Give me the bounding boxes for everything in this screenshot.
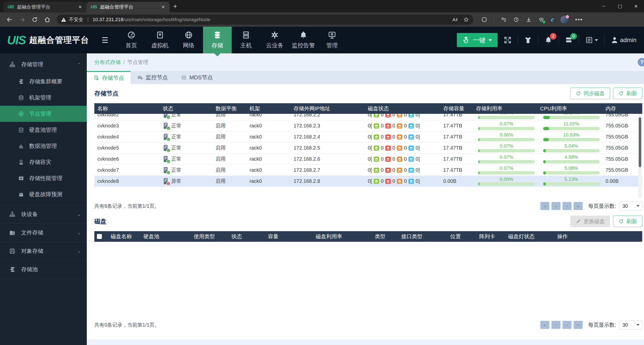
user-menu[interactable]: admin — [611, 36, 636, 44]
next-page-button[interactable]: › — [562, 202, 572, 210]
disk-table-header: 磁盘名称硬盘池使用类型状态容量磁盘利用率类型接口类型位置阵列卡磁盘灯状态操作 — [94, 231, 642, 242]
top-nav-label: 虚拟机 — [151, 42, 169, 49]
sidebar-item-硬盘池管理[interactable]: 硬盘池管理 — [0, 122, 87, 138]
page-size-select[interactable]: 30 — [620, 201, 642, 211]
history-icon[interactable] — [513, 17, 519, 23]
minimize-icon[interactable]: ─ — [596, 4, 612, 9]
back-icon[interactable] — [4, 15, 15, 25]
table-row[interactable]: cvknode4✓正常启用rack0172.168.2.40[0000]17.4… — [94, 131, 642, 143]
storage-ip: 172.168.2.8 — [291, 178, 365, 184]
tab-close-icon[interactable]: ✕ — [77, 4, 83, 10]
sidebar-group-存储池[interactable]: 存储池 — [0, 260, 87, 279]
sidebar-item-硬盘故障预测[interactable]: 硬盘故障预测 — [0, 186, 87, 202]
table-row[interactable]: cvknode7✓正常启用rack0172.168.2.70[0000]17.4… — [94, 165, 642, 176]
last-page-button[interactable]: » — [574, 321, 583, 329]
favorites-bar-icon[interactable] — [501, 17, 507, 23]
table-row[interactable]: cvknode6✓正常启用rack0172.168.2.60[0000]17.4… — [94, 154, 642, 165]
top-nav-首页[interactable]: 首页 — [117, 27, 146, 53]
top-nav-存储[interactable]: 存储 — [203, 27, 232, 53]
table-row[interactable]: cvknode8✕异常启用rack0172.168.2.80[0000]0.00… — [94, 176, 642, 187]
sidebar-item-存储性能管理[interactable]: 存储性能管理 — [0, 170, 87, 186]
last-page-button[interactable]: » — [574, 202, 583, 210]
checkbox-icon[interactable] — [97, 234, 102, 239]
table-scrollbar[interactable] — [638, 114, 642, 198]
top-nav-网络[interactable]: 网络 — [174, 27, 203, 53]
disk-refresh-button[interactable]: 刷新 — [613, 216, 642, 227]
select-all-checkbox[interactable] — [94, 234, 108, 239]
tab-close-icon[interactable]: ✕ — [160, 4, 166, 10]
status-label: 异常 — [171, 178, 181, 185]
ie-mode-icon[interactable]: e — [551, 16, 554, 23]
disk-count: 0 — [404, 178, 407, 184]
disk-count: 0] — [416, 156, 420, 162]
sidebar-item-节点管理[interactable]: 节点管理 — [0, 106, 87, 122]
header-divider — [558, 36, 559, 44]
server-status-icon: ✕ — [163, 178, 169, 185]
maximize-icon[interactable]: ▢ — [612, 4, 628, 9]
help-icon[interactable]: ? — [638, 58, 644, 66]
node-refresh-button[interactable]: 刷新 — [613, 88, 642, 99]
reload-icon[interactable] — [29, 15, 40, 25]
browser-essentials-icon[interactable]: ✓ — [538, 17, 544, 23]
sync-disk-button[interactable]: 同步磁盘 — [570, 88, 610, 99]
breadcrumb-parent[interactable]: 分布式存储 — [94, 59, 121, 66]
page-size-select[interactable]: 30 — [620, 320, 642, 329]
menu-hamburger-icon[interactable]: ☰ — [101, 27, 117, 53]
person-icon — [611, 36, 619, 44]
fullscreen-icon[interactable] — [504, 36, 512, 44]
first-page-button[interactable]: « — [540, 321, 549, 329]
favorite-star-icon[interactable] — [463, 17, 469, 23]
column-header: 磁盘灯状态 — [506, 233, 555, 240]
sidebar-group-文件存储[interactable]: 文件存储⌄ — [0, 224, 87, 242]
table-row[interactable]: cvknode3✓正常启用rack0172.168.2.30[0000]17.4… — [94, 120, 642, 131]
cpu-util-bar: 5.13% — [537, 177, 602, 186]
sidebar-item-数据池管理[interactable]: 数据池管理 — [0, 138, 87, 154]
sidebar-group-存储管理[interactable]: 存储管理⌃ — [0, 55, 87, 74]
first-page-button[interactable]: « — [540, 202, 549, 210]
profile-avatar[interactable] — [560, 16, 569, 24]
disk-count-prefix: 0[ — [368, 167, 372, 173]
table-row[interactable]: cvknode2✓正常启用rack0172.168.2.20[0000]17.4… — [94, 114, 642, 120]
sidebar-item-存储集群概要[interactable]: 存储集群概要 — [0, 74, 87, 90]
not-secure-warning-icon[interactable] — [61, 17, 66, 22]
prev-page-button[interactable]: ‹ — [551, 202, 560, 210]
table-row[interactable]: cvknode5✓正常启用rack0172.168.2.50[0000]17.4… — [94, 143, 642, 154]
top-nav-监控告警[interactable]: 监控告警 — [289, 27, 318, 53]
sidebar-item-存储容灾[interactable]: 存储容灾 — [0, 154, 87, 170]
sidebar-group: 存储管理⌃存储集群概要机架管理节点管理硬盘池管理数据池管理存储容灾存储性能管理硬… — [0, 55, 87, 205]
forward-icon[interactable] — [17, 15, 28, 25]
close-icon[interactable]: ✕ — [628, 4, 644, 9]
next-page-button[interactable]: › — [562, 321, 572, 329]
sidebar-group-块设备[interactable]: 块设备⌄ — [0, 205, 87, 223]
top-nav-label: 云业务 — [266, 42, 283, 49]
top-nav-虚拟机[interactable]: 虚拟机 — [146, 27, 174, 53]
sidebar-group-对象存储[interactable]: 对象存储⌄ — [0, 242, 87, 260]
rack: rack0 — [247, 123, 291, 129]
browser-tab[interactable]: UIS超融合管理平台✕ — [4, 2, 87, 12]
read-aloud-icon[interactable] — [452, 17, 458, 23]
tab-监控节点[interactable]: 监控节点 — [131, 71, 174, 84]
new-tab-button[interactable]: + — [173, 2, 177, 10]
browser-tab[interactable]: UIS超融合管理平台✕ — [87, 2, 170, 12]
tab-存储节点[interactable]: 存储节点 — [87, 71, 131, 84]
browser-menu-icon[interactable]: ••• — [575, 16, 583, 23]
top-nav-主机[interactable]: 主机 — [232, 27, 260, 53]
top-nav-云业务[interactable]: 云业务 — [260, 27, 289, 53]
sidebar-item-机架管理[interactable]: 机架管理 — [0, 90, 87, 106]
alarm-bell-icon[interactable]: 2 — [544, 36, 552, 44]
theme-skin-icon[interactable] — [524, 36, 532, 44]
disk-orange-icon — [396, 145, 403, 151]
replace-disk-button[interactable]: 更换磁盘 — [570, 216, 610, 227]
quick-list-icon[interactable] — [585, 36, 598, 44]
top-nav-管理[interactable]: 管理 — [318, 27, 346, 53]
task-server-icon[interactable]: 0 — [565, 36, 573, 44]
home-icon[interactable] — [42, 15, 53, 25]
top-nav-label: 主机 — [240, 42, 252, 49]
one-key-button[interactable]: 一键 — [457, 33, 498, 47]
tab-MDS节点[interactable]: MDS节点 — [174, 71, 219, 84]
address-bar[interactable]: 不安全 | 10.37.231.218/uis/main/vstorage/ho… — [57, 15, 473, 25]
downloads-icon[interactable] — [526, 17, 532, 23]
extensions-icon[interactable] — [481, 17, 487, 23]
progress-track — [543, 149, 600, 152]
prev-page-button[interactable]: ‹ — [551, 321, 560, 329]
